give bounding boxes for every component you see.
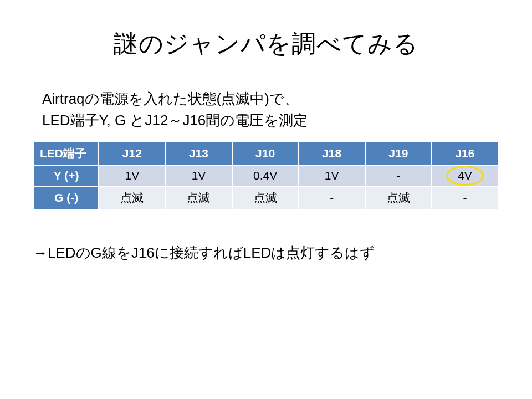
intro-text: Airtraqの電源を入れた状態(点滅中)で、 LED端子Y, G とJ12～J… [33, 88, 499, 131]
slide: 謎のジャンパを調べてみる Airtraqの電源を入れた状態(点滅中)で、 LED… [0, 0, 532, 399]
col-header: J12 [99, 142, 165, 165]
cell: 1V [99, 165, 165, 186]
slide-title: 謎のジャンパを調べてみる [33, 28, 499, 60]
intro-line-1: Airtraqの電源を入れた状態(点滅中)で、 [42, 90, 299, 107]
col-header: J19 [365, 142, 432, 165]
cell-value: 4V [458, 169, 472, 182]
cell: 0.4V [232, 165, 299, 186]
col-header: J16 [432, 142, 498, 165]
cell-highlighted: 4V [432, 165, 498, 186]
cell: 1V [165, 165, 232, 186]
cell: 点滅 [365, 186, 432, 209]
cell: 点滅 [232, 186, 299, 209]
col-header: J18 [299, 142, 365, 165]
conclusion-text: →LEDのG線をJ16に接続すればLEDは点灯するはず [33, 243, 499, 263]
cell: 点滅 [165, 186, 232, 209]
table-row: G (-) 点滅 点滅 点滅 - 点滅 - [34, 186, 498, 209]
table-row: Y (+) 1V 1V 0.4V 1V - 4V [34, 165, 498, 186]
cell: - [299, 186, 365, 209]
row-label: Y (+) [34, 165, 99, 186]
intro-line-2: LED端子Y, G とJ12～J16間の電圧を測定 [42, 112, 308, 129]
row-label: G (-) [34, 186, 99, 209]
cell: - [432, 186, 498, 209]
header-label: LED端子 [34, 142, 99, 165]
cell: 1V [299, 165, 365, 186]
highlight-wrap: 4V [458, 169, 472, 182]
col-header: J10 [232, 142, 299, 165]
cell: 点滅 [99, 186, 165, 209]
table-header-row: LED端子 J12 J13 J10 J18 J19 J16 [34, 142, 498, 165]
col-header: J13 [165, 142, 232, 165]
voltage-table: LED端子 J12 J13 J10 J18 J19 J16 Y (+) 1V 1… [33, 141, 499, 210]
cell: - [365, 165, 432, 186]
